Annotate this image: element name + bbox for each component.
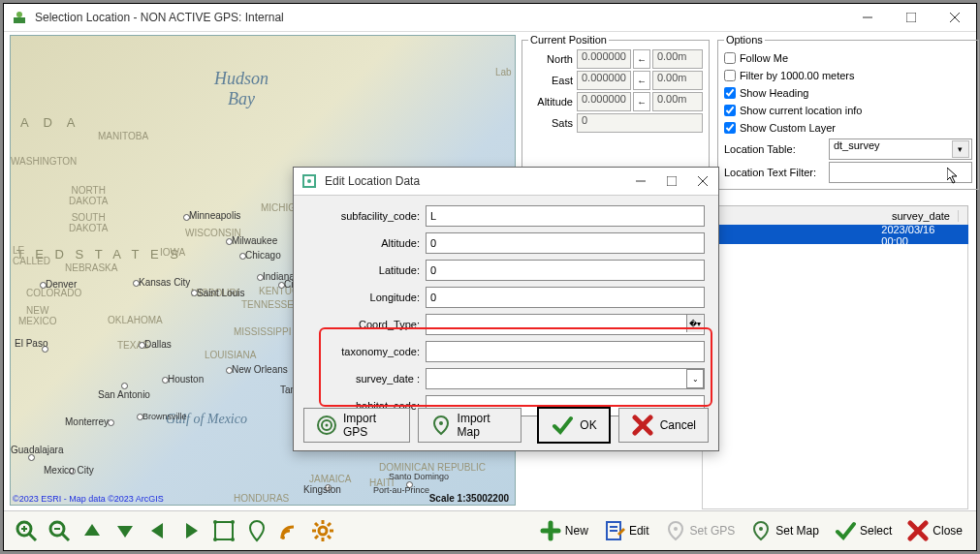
east-label: East [528, 75, 577, 86]
show-location-info-checkbox[interactable]: Show current location info [724, 102, 972, 119]
window-minimize-button[interactable] [845, 4, 889, 31]
altitude-label: Altitude [528, 96, 577, 108]
north-label: North [528, 53, 577, 65]
east-unit: 0.00m [652, 71, 703, 90]
map-city-elpaso: El Paso [15, 338, 47, 349]
svg-point-26 [213, 520, 217, 524]
zoom-in-button[interactable] [12, 516, 41, 545]
chevron-down-icon[interactable]: ⌄ [686, 369, 704, 388]
import-map-button[interactable]: Import Map [418, 408, 522, 443]
pan-down-button[interactable] [111, 516, 140, 545]
location-table-label: Location Table: [724, 143, 829, 155]
map-city-dot [108, 419, 114, 426]
filter-distance-checkbox[interactable]: Filter by 1000.00 meters [724, 67, 972, 84]
main-content: Hudson Bay A D A T E D S T A T E S Gulf … [4, 31, 976, 511]
filter-distance-box[interactable] [724, 70, 736, 81]
select-button[interactable]: Select [829, 516, 898, 545]
close-button[interactable]: Close [901, 516, 968, 545]
center-marker-button[interactable] [242, 516, 271, 545]
x-icon [631, 414, 654, 437]
svg-point-45 [674, 527, 678, 531]
fit-extent-button[interactable] [209, 516, 238, 545]
set-map-button[interactable]: Set Map [744, 516, 825, 545]
north-value: 0.000000 [577, 49, 631, 69]
longitude-field-label: Longitude: [303, 292, 426, 303]
new-button[interactable]: New [534, 516, 594, 545]
import-gps-button[interactable]: Import GPS [303, 408, 410, 443]
altitude-transfer-button[interactable]: ← [633, 92, 650, 111]
subfacility-code-input[interactable] [426, 205, 705, 227]
dialog-maximize-button[interactable] [656, 168, 687, 195]
map-label-nebraska: NEBRASKA [65, 262, 117, 273]
svg-rect-9 [667, 176, 677, 186]
main-titlebar: Selection Location - NON ACTIVE GPS: Int… [4, 4, 976, 32]
show-custom-layer-box[interactable] [724, 122, 736, 134]
results-grid-row-selected[interactable]: 2023/03/16 00:00 [702, 225, 968, 246]
pan-up-button[interactable] [78, 516, 107, 545]
svg-line-37 [328, 536, 331, 539]
dialog-close-button[interactable] [687, 168, 718, 195]
map-label-hudson-bay: Hudson Bay [214, 69, 269, 109]
dialog-icon [300, 171, 319, 191]
map-city-neworleans: New Orleans [232, 364, 288, 375]
location-filter-input[interactable] [829, 162, 972, 183]
map-credits: ©2023 ESRI - Map data ©2023 ArcGIS [13, 494, 164, 504]
latitude-field-label: Latitude: [303, 264, 426, 276]
pan-left-button[interactable] [143, 516, 173, 545]
map-label-lab: Lab [495, 67, 512, 77]
map-pin-icon [750, 520, 772, 541]
settings-button[interactable] [308, 516, 337, 545]
map-city-dallas: Dallas [144, 339, 172, 350]
taxonomy-code-input[interactable] [426, 341, 705, 362]
gps-pin-icon [665, 520, 686, 541]
chevron-down-icon[interactable]: ▾ [952, 140, 969, 158]
show-custom-layer-checkbox[interactable]: Show Custom Layer [724, 119, 972, 137]
results-grid-body[interactable] [702, 244, 968, 509]
main-window-title: Selection Location - NON ACTIVE GPS: Int… [35, 11, 845, 24]
svg-point-7 [307, 179, 311, 183]
svg-point-28 [213, 538, 217, 541]
svg-line-39 [328, 523, 331, 526]
dialog-minimize-button[interactable] [625, 168, 656, 195]
follow-me-box[interactable] [724, 52, 736, 64]
location-table-value: dt_survey [834, 139, 880, 151]
east-transfer-button[interactable]: ← [633, 71, 650, 90]
latitude-field-input[interactable] [426, 260, 705, 281]
follow-me-checkbox[interactable]: Follow Me [724, 49, 972, 67]
svg-point-15 [439, 421, 443, 425]
map-city-houston: Houston [168, 374, 204, 385]
options-legend: Options [724, 34, 765, 46]
north-unit: 0.00m [652, 49, 703, 69]
north-transfer-button[interactable]: ← [633, 49, 650, 69]
map-label-jamaica: JAMAICA [309, 474, 351, 484]
svg-point-31 [319, 527, 327, 535]
pan-right-button[interactable] [176, 516, 205, 545]
survey-date-combo[interactable]: ⌄ [426, 368, 705, 389]
map-city-minneapolis: Minneapolis [189, 210, 240, 221]
show-location-info-box[interactable] [724, 105, 736, 116]
grid-col-survey-date[interactable]: survey_date [884, 210, 959, 222]
longitude-field-input[interactable] [426, 287, 705, 308]
cancel-button[interactable]: Cancel [618, 408, 709, 443]
map-label-mississippi: MISSISSIPPI [234, 326, 291, 337]
svg-line-38 [315, 536, 318, 539]
altitude-field-input[interactable] [426, 232, 705, 254]
app-window: Selection Location - NON ACTIVE GPS: Int… [3, 3, 977, 551]
set-gps-button[interactable]: Set GPS [659, 516, 742, 545]
edit-button[interactable]: Edit [598, 516, 655, 545]
check-icon [835, 520, 856, 541]
map-city-brownsville: Brownsville [142, 412, 187, 421]
show-heading-checkbox[interactable]: Show Heading [724, 84, 972, 102]
chevron-down-icon[interactable]: �▾ [686, 315, 703, 332]
zoom-out-button[interactable] [45, 516, 74, 545]
show-heading-box[interactable] [724, 87, 736, 99]
map-label-honduras: HONDURAS [234, 493, 289, 504]
window-maximize-button[interactable] [889, 4, 933, 31]
coord-type-combo[interactable]: �▾ [426, 314, 705, 335]
window-close-button[interactable] [933, 4, 976, 31]
map-label-canada: A D A [20, 115, 81, 130]
ok-button[interactable]: OK [537, 407, 610, 444]
satellite-button[interactable] [275, 516, 304, 545]
location-table-combo[interactable]: dt_survey ▾ [829, 138, 972, 160]
svg-rect-3 [906, 13, 916, 22]
